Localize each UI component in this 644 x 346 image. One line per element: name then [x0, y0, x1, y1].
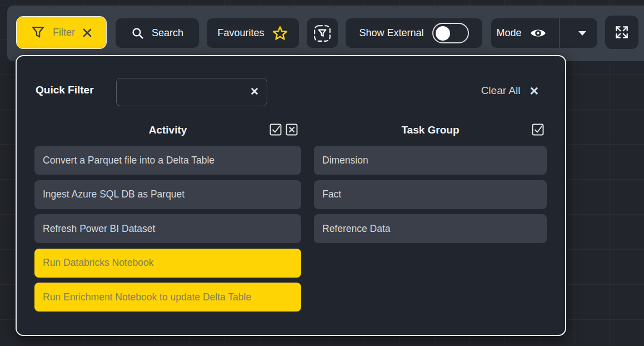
search-button[interactable]: Search: [116, 18, 199, 48]
funnel-select-icon: [313, 24, 332, 43]
favourites-button[interactable]: Favourites: [207, 18, 299, 48]
checkbox-check-icon[interactable]: [531, 123, 545, 136]
chevron-down-icon: [578, 31, 586, 36]
checkbox-check-icon[interactable]: [269, 123, 282, 136]
activity-item[interactable]: Refresh Power BI Dataset: [34, 214, 301, 243]
clear-all-close-icon[interactable]: ✕: [529, 85, 539, 97]
expand-icon: [614, 24, 630, 40]
clear-all-label: Clear All: [481, 85, 521, 97]
task-group-item[interactable]: Reference Data: [314, 214, 547, 243]
task-group-header-icons: [531, 123, 545, 136]
toolbar: Filter Search Favourites Show External M…: [7, 6, 644, 61]
mode-button[interactable]: Mode: [491, 18, 597, 48]
search-button-label: Search: [152, 27, 183, 39]
quick-filter-clear-icon[interactable]: ✕: [250, 85, 259, 100]
task-group-item[interactable]: Dimension: [314, 146, 547, 175]
star-icon: [272, 25, 288, 42]
task-group-column: Dimension Fact Reference Data: [314, 146, 547, 249]
mode-main[interactable]: Mode: [491, 18, 552, 48]
checkbox-x-icon[interactable]: [285, 123, 298, 136]
activity-item[interactable]: Run Databricks Notebook: [34, 249, 301, 278]
task-group-column-title: Task Group: [314, 124, 547, 136]
show-external-label: Show External: [359, 27, 423, 39]
funnel-icon: [31, 25, 46, 40]
quick-filter-input[interactable]: [116, 78, 267, 106]
eye-icon: [530, 27, 547, 39]
mode-dropdown-button[interactable]: [567, 18, 597, 48]
close-icon[interactable]: [82, 28, 92, 38]
activity-item[interactable]: Ingest Azure SQL DB as Parquet: [34, 180, 301, 209]
filter-button[interactable]: Filter: [16, 16, 107, 49]
mode-divider: [559, 18, 560, 48]
favourites-button-label: Favourites: [217, 27, 264, 39]
search-icon: [131, 27, 144, 40]
quick-filter-label: Quick Filter: [36, 84, 94, 96]
filter-select-button[interactable]: [307, 18, 338, 48]
clear-all[interactable]: Clear All ✕: [481, 85, 539, 97]
show-external-switch[interactable]: [432, 23, 469, 43]
toggle-knob: [436, 26, 450, 41]
activity-column: Convert a Parquet file into a Delta Tabl…: [34, 146, 301, 317]
quick-filter-input-wrap: ✕: [116, 78, 267, 106]
mode-button-label: Mode: [496, 27, 521, 39]
activity-header-icons: [269, 123, 298, 136]
filter-panel: Quick Filter ✕ Clear All ✕ Activity Task…: [16, 55, 566, 336]
activity-item[interactable]: Convert a Parquet file into a Delta Tabl…: [34, 146, 301, 175]
expand-button[interactable]: [605, 16, 638, 49]
task-group-item[interactable]: Fact: [314, 180, 547, 209]
activity-column-title: Activity: [34, 124, 301, 136]
show-external-toggle-button[interactable]: Show External: [346, 18, 482, 48]
activity-item[interactable]: Run Enrichment Notebook to update Delta …: [34, 283, 301, 312]
filter-button-label: Filter: [53, 27, 75, 38]
